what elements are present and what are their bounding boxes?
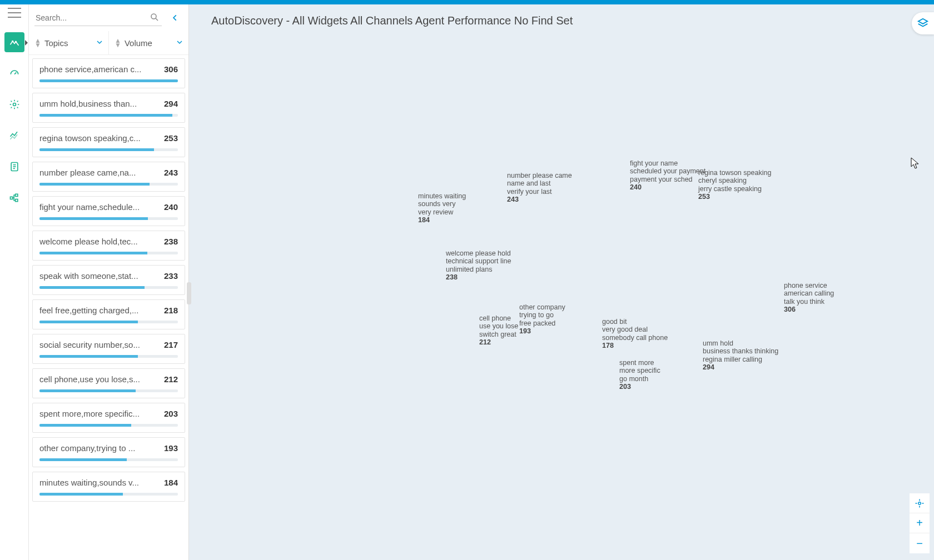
metric-dropdown[interactable]: ▲▼Volume: [108, 31, 188, 54]
nav-trends[interactable]: [4, 126, 24, 146]
cluster-label: phone serviceamerican callingtalk you th…: [784, 282, 834, 314]
topic-bar: [39, 424, 178, 427]
cluster-label: fight your namescheduled your paymentpay…: [630, 159, 706, 192]
topic-item[interactable]: cell phone,use you lose,s...212: [32, 368, 185, 398]
topic-value: 233: [164, 271, 178, 281]
metric-label: Volume: [125, 38, 152, 48]
topic-label: welcome please hold,tec...: [39, 237, 160, 246]
sort-icon: ▲▼: [34, 38, 41, 47]
menu-icon[interactable]: [8, 8, 21, 18]
topic-item[interactable]: umm hold,business than...294: [32, 93, 185, 123]
cluster-label: umm holdbusiness thanks thinkingregina m…: [703, 339, 778, 372]
svg-line-2: [14, 72, 16, 74]
cluster-label: welcome please holdtechnical support lin…: [446, 249, 511, 282]
svg-point-0: [12, 41, 13, 42]
topic-value: 212: [164, 374, 178, 384]
topic-item[interactable]: welcome please hold,tec...238: [32, 231, 185, 261]
topic-label: minutes waiting,sounds v...: [39, 478, 160, 487]
topic-value: 294: [164, 99, 178, 108]
cluster-label: cell phoneuse you loseswitch great212: [479, 314, 518, 347]
svg-rect-10: [15, 199, 17, 202]
category-dropdown[interactable]: ▲▼Topics: [29, 31, 108, 54]
topic-item[interactable]: social security number,so...217: [32, 334, 185, 364]
svg-line-12: [156, 18, 158, 21]
collapse-sidebar-button[interactable]: [165, 8, 185, 28]
topic-label: spent more,more specific...: [39, 409, 160, 418]
topic-item[interactable]: speak with someone,stat...233: [32, 265, 185, 295]
topic-item[interactable]: feel free,getting charged,...218: [32, 299, 185, 329]
chevron-down-icon: [96, 38, 103, 48]
topic-label: phone service,american c...: [39, 64, 160, 74]
category-label: Topics: [44, 38, 68, 48]
svg-point-322: [918, 502, 921, 504]
topic-bar: [39, 355, 178, 358]
cluster-label: regina towson speakingcheryl speakingjer…: [698, 169, 771, 201]
svg-point-1: [14, 41, 16, 43]
topic-value: 240: [164, 202, 178, 212]
topic-bar: [39, 183, 178, 186]
layers-button[interactable]: [912, 12, 934, 34]
topic-bar: [39, 493, 178, 496]
topic-bar: [39, 321, 178, 323]
app-top-bar: [0, 0, 934, 4]
topic-value: 238: [164, 237, 178, 246]
resize-handle[interactable]: [187, 282, 191, 304]
cluster-label: good bitvery good dealsomebody call phon…: [602, 318, 668, 350]
nav-dashboard[interactable]: [4, 63, 24, 83]
graph-panel[interactable]: AutoDiscovery - All Widgets All Channels…: [189, 4, 934, 560]
topic-item[interactable]: phone service,american c...306: [32, 58, 185, 88]
topic-bar: [39, 217, 178, 220]
topic-item[interactable]: other company,trying to ...193: [32, 437, 185, 467]
cluster-label: other companytrying to gofree packed193: [519, 303, 565, 336]
topic-value: 203: [164, 409, 178, 418]
topic-item[interactable]: minutes waiting,sounds v...184: [32, 472, 185, 502]
search-field[interactable]: [34, 10, 162, 26]
zoom-in-button[interactable]: +: [910, 513, 930, 533]
nav-reports[interactable]: [4, 157, 24, 177]
search-icon: [150, 12, 160, 24]
cluster-label: number please camename and lastverify yo…: [507, 172, 572, 204]
svg-point-3: [13, 103, 16, 106]
topic-value: 253: [164, 133, 178, 143]
topic-value: 306: [164, 64, 178, 74]
topic-value: 243: [164, 168, 178, 177]
recenter-button[interactable]: [910, 493, 930, 513]
topic-label: other company,trying to ...: [39, 443, 160, 453]
topic-item[interactable]: spent more,more specific...203: [32, 403, 185, 433]
topics-sidebar: ▲▼Topics ▲▼Volume phone service,american…: [29, 4, 189, 560]
svg-rect-9: [15, 194, 17, 196]
topic-label: social security number,so...: [39, 340, 160, 349]
topic-label: number please came,na...: [39, 168, 160, 177]
svg-point-11: [151, 14, 156, 19]
nav-discovery[interactable]: [4, 32, 24, 52]
nav-hierarchy[interactable]: [4, 188, 24, 208]
topic-item[interactable]: fight your name,schedule...240: [32, 196, 185, 226]
nav-settings[interactable]: [4, 94, 24, 114]
topic-value: 217: [164, 340, 178, 349]
topic-label: feel free,getting charged,...: [39, 306, 160, 315]
zoom-out-button[interactable]: −: [910, 533, 930, 553]
topic-bar: [39, 252, 178, 254]
cursor-icon: [911, 157, 920, 169]
cluster-label: spent moremore specificgo month203: [619, 359, 660, 391]
topic-label: cell phone,use you lose,s...: [39, 374, 160, 384]
topic-item[interactable]: regina towson speaking,c...253: [32, 127, 185, 157]
network-graph[interactable]: [189, 4, 356, 88]
chevron-down-icon: [176, 38, 183, 48]
topic-bar: [39, 114, 178, 117]
topic-bar: [39, 148, 178, 151]
sort-icon: ▲▼: [115, 38, 121, 47]
svg-rect-8: [10, 197, 12, 199]
topic-item[interactable]: number please came,na...243: [32, 162, 185, 192]
topic-label: speak with someone,stat...: [39, 271, 160, 281]
topic-label: fight your name,schedule...: [39, 202, 160, 212]
search-input[interactable]: [34, 10, 162, 26]
cluster-label: minutes waitingsounds veryvery review184: [418, 192, 466, 224]
topic-value: 193: [164, 443, 178, 453]
topic-label: umm hold,business than...: [39, 99, 160, 108]
topic-value: 218: [164, 306, 178, 315]
topic-list[interactable]: phone service,american c...306umm hold,b…: [29, 55, 188, 560]
nav-rail: [0, 4, 29, 560]
topic-bar: [39, 286, 178, 289]
zoom-controls: + −: [910, 493, 930, 553]
